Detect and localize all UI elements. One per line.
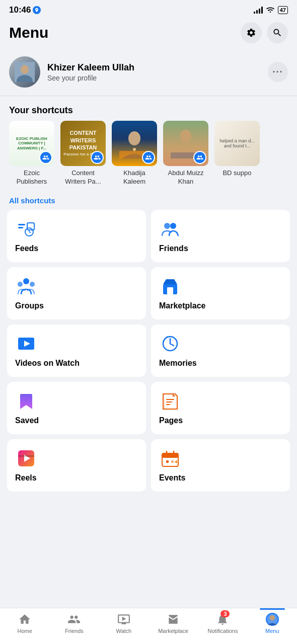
videos-on-watch-icon [15,333,37,355]
location-icon [33,6,41,14]
svg-marker-35 [174,460,177,463]
shortcut-item-khadija[interactable]: Khadija Kaleem [112,121,157,186]
grid-label-videos-on-watch: Videos on Watch [15,359,138,368]
reels-icon [15,447,37,469]
events-icon [159,447,181,469]
shortcut-thumb-ezoic: EZOIC PUBLISH COMMUNITY | ANSWERS | F... [9,121,54,166]
shortcut-item-content-writers[interactable]: CONTENT WRITERS PAKISTAN Passion for a C… [60,121,106,186]
feeds-icon [15,218,37,240]
nav-item-notifications[interactable]: 3 Notifications [198,612,247,634]
svg-point-16 [18,282,23,287]
marketplace-nav-icon [166,612,180,626]
shortcut-badge-khadija [142,151,155,164]
shortcut-thumb-content-writers: CONTENT WRITERS PAKISTAN Passion for a C… [60,121,106,166]
more-options-button[interactable]: ··· [268,62,288,82]
nav-label-home: Home [17,628,32,634]
grid-label-saved: Saved [15,416,138,425]
nav-item-menu[interactable]: Menu [248,612,297,634]
bottom-nav: Home Friends Watch Marketplace 3 [0,608,297,644]
header: Menu [0,18,297,50]
status-icons: 47 [254,6,288,15]
profile-section[interactable]: Khizer Kaleem Ullah See your profile ··· [0,50,297,94]
shortcuts-section-header: Your shortcuts [0,98,297,121]
nav-label-notifications: Notifications [208,628,238,634]
all-shortcuts-label[interactable]: All shortcuts [0,193,297,210]
grid-label-pages: Pages [159,416,282,425]
svg-point-13 [164,223,170,229]
svg-point-1 [21,65,29,74]
svg-rect-25 [166,404,170,405]
menu-nav-icon [265,612,279,626]
marketplace-icon [159,275,181,297]
grid-item-friends[interactable]: Friends [151,210,290,262]
groups-icon [15,275,37,297]
saved-icon [15,390,37,412]
grid-item-groups[interactable]: Groups [7,267,146,319]
grid-item-videos-on-watch[interactable]: Videos on Watch [7,325,146,377]
grid-item-events[interactable]: Events [151,439,290,492]
svg-point-14 [170,223,176,229]
svg-rect-23 [166,399,174,400]
svg-rect-9 [18,224,25,225]
battery-icon: 47 [278,6,288,14]
grid-item-marketplace[interactable]: Marketplace [151,267,290,319]
svg-rect-34 [171,460,174,463]
profile-subtext: See your profile [47,74,134,82]
grid-label-events: Events [159,473,282,482]
svg-point-6 [133,148,136,151]
svg-point-15 [23,278,29,284]
shortcut-label-content-writers: Content Writers Pa... [60,169,106,186]
shortcut-item-bd[interactable]: helped a man d...and found t... BD suppo [214,121,260,186]
grid-item-saved[interactable]: Saved [7,382,146,434]
grid-label-marketplace: Marketplace [159,301,282,310]
shortcut-item-abdul[interactable]: Abdul Muizz Khan [163,121,208,186]
nav-label-friends: Friends [65,628,84,634]
settings-button[interactable] [241,22,262,43]
grid-label-memories: Memories [159,359,282,368]
svg-rect-24 [166,401,172,403]
svg-rect-28 [18,455,34,457]
profile-left: Khizer Kaleem Ullah See your profile [9,56,134,88]
svg-rect-33 [166,460,169,463]
grid-item-memories[interactable]: Memories [151,325,290,377]
grid-label-feeds: Feeds [15,244,138,253]
home-nav-icon [18,612,32,626]
avatar-image [9,56,40,88]
search-button[interactable] [267,22,288,43]
shortcut-thumb-abdul [163,121,208,166]
grid-item-feeds[interactable]: Feeds [7,210,146,262]
memories-icon [159,333,181,355]
svg-rect-30 [162,453,178,458]
shortcut-label-ezoic: Ezoic Publishers [9,169,54,186]
nav-label-watch: Watch [116,628,131,634]
grid-item-pages[interactable]: Pages [151,382,290,434]
pages-icon [159,390,181,412]
shortcut-thumb-khadija [112,121,157,166]
grid-item-reels[interactable]: Reels [7,439,146,492]
watch-nav-icon [117,612,131,626]
shortcut-badge-content-writers [91,151,104,164]
nav-active-indicator [260,608,285,610]
profile-info: Khizer Kaleem Ullah See your profile [47,62,134,82]
svg-point-4 [128,131,140,145]
shortcut-label-khadija: Khadija Kaleem [112,169,157,186]
shortcut-label-bd: BD suppo [222,169,251,178]
shortcut-badge-ezoic [39,151,52,164]
svg-point-38 [270,615,275,620]
svg-rect-11 [27,223,34,230]
nav-label-marketplace: Marketplace [158,628,188,634]
nav-item-watch[interactable]: Watch [99,612,148,634]
shortcut-badge-abdul [193,151,206,164]
friends-nav-icon [67,612,81,626]
shortcut-item-ezoic[interactable]: EZOIC PUBLISH COMMUNITY | ANSWERS | F...… [9,121,54,186]
notifications-badge: 3 [220,610,230,617]
nav-item-home[interactable]: Home [0,612,49,634]
svg-rect-19 [167,287,173,294]
nav-item-friends[interactable]: Friends [49,612,99,634]
svg-point-7 [180,130,191,143]
nav-item-marketplace[interactable]: Marketplace [148,612,198,634]
shortcut-label-abdul: Abdul Muizz Khan [163,169,208,186]
status-bar: 10:46 47 [0,0,297,18]
shortcuts-grid: Feeds Friends [0,210,297,492]
profile-name: Khizer Kaleem Ullah [47,62,134,73]
